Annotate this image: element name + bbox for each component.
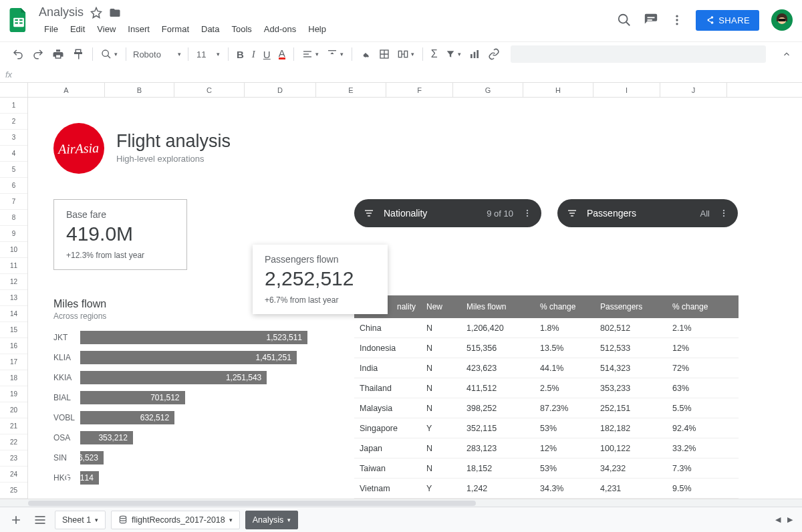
row-header[interactable]: 10 (0, 242, 27, 258)
tab-sheet1[interactable]: Sheet 1▾ (55, 511, 106, 529)
bar-row: KKIA1,251,543 (53, 369, 348, 386)
menu-insert[interactable]: Insert (122, 21, 155, 37)
filter-menu-icon[interactable] (523, 209, 532, 218)
row-header[interactable]: 18 (0, 370, 27, 386)
row-header[interactable]: 12 (0, 274, 27, 290)
svg-rect-1 (15, 19, 18, 21)
comment-icon[interactable] (644, 13, 658, 27)
undo-icon[interactable] (8, 45, 28, 63)
row-header[interactable]: 2 (0, 114, 27, 130)
horizontal-scrollbar[interactable] (0, 499, 802, 507)
redo-icon[interactable] (28, 45, 48, 63)
column-header[interactable]: C (174, 83, 245, 97)
row-header[interactable]: 1 (0, 98, 27, 114)
row-header[interactable]: 16 (0, 338, 27, 354)
star-icon[interactable] (90, 7, 102, 19)
sheets-logo[interactable] (5, 7, 32, 33)
row-header[interactable]: 23 (0, 450, 27, 467)
filter-passengers[interactable]: Passengers All (557, 199, 738, 227)
all-sheets-icon[interactable] (31, 511, 49, 529)
toolbar: Roboto▾ 11 ▾ B I U A Σ (0, 41, 802, 67)
row-header[interactable]: 4 (0, 146, 27, 162)
row-header[interactable]: 20 (0, 402, 27, 418)
row-header[interactable]: 14 (0, 306, 27, 322)
kpi-passengers-flown[interactable]: Passengers flown 2,252,512 +6.7% from la… (253, 245, 388, 314)
row-header[interactable]: 7 (0, 194, 27, 210)
menu-file[interactable]: File (39, 21, 63, 37)
row-header[interactable]: 25 (0, 483, 27, 499)
column-header[interactable]: I (593, 83, 660, 97)
column-header[interactable]: A (28, 83, 105, 97)
column-header[interactable]: B (105, 83, 174, 97)
row-header[interactable]: 17 (0, 354, 27, 370)
avatar[interactable] (771, 9, 793, 31)
select-all-corner[interactable] (0, 83, 28, 97)
row-header[interactable]: 21 (0, 418, 27, 434)
align-icon[interactable] (298, 46, 323, 62)
filter-nationality[interactable]: Nationality 9 of 10 (354, 199, 541, 227)
functions-icon[interactable]: Σ (427, 45, 442, 63)
font-size[interactable]: 11 (192, 47, 213, 62)
sheet-canvas[interactable]: AirAsia Flight analysis High-level explo… (28, 98, 802, 499)
menu-view[interactable]: View (92, 21, 121, 37)
folder-icon[interactable] (109, 7, 121, 19)
tab-data-source[interactable]: flightRecords_2017-2018▾ (111, 511, 240, 529)
font-select[interactable]: Roboto▾ (130, 49, 184, 59)
row-header[interactable]: 3 (0, 130, 27, 146)
link-icon[interactable] (484, 45, 504, 63)
zoom-dropdown[interactable] (97, 46, 122, 62)
doc-title[interactable]: Analysis (39, 5, 84, 19)
row-header[interactable]: 8 (0, 210, 27, 226)
formula-bar[interactable]: fx (0, 67, 802, 83)
filter-label: Passengers (587, 208, 691, 219)
filter-menu-icon[interactable] (719, 209, 728, 218)
font-size-dd[interactable]: ▾ (213, 48, 224, 60)
row-header[interactable]: 5 (0, 162, 27, 178)
tab-analysis[interactable]: Analysis▾ (245, 511, 299, 529)
sheet-tabs: Sheet 1▾ flightRecords_2017-2018▾ Analys… (0, 507, 802, 532)
row-header[interactable]: 15 (0, 322, 27, 338)
tabs-scroll-left-icon[interactable]: ◀ (775, 515, 781, 524)
column-header[interactable]: E (316, 83, 386, 97)
column-header[interactable]: H (523, 83, 593, 97)
collapse-toolbar-icon[interactable] (782, 49, 791, 59)
italic-icon[interactable]: I (248, 46, 259, 63)
tabs-scroll-right-icon[interactable]: ▶ (787, 515, 793, 524)
table-cell: 9.5% (667, 484, 727, 493)
menu-tools[interactable]: Tools (226, 21, 257, 37)
bar-value: 1,251,543 (226, 373, 261, 382)
column-header[interactable]: F (386, 83, 453, 97)
borders-icon[interactable] (375, 46, 394, 62)
valign-icon[interactable] (323, 46, 348, 62)
filter-icon[interactable] (442, 47, 465, 61)
bar-row: BIAL701,512 (53, 389, 348, 406)
row-header[interactable]: 19 (0, 386, 27, 402)
menu-help[interactable]: Help (303, 21, 331, 37)
menu-format[interactable]: Format (156, 21, 194, 37)
paint-format-icon[interactable] (68, 45, 88, 63)
search-icon[interactable] (617, 13, 632, 27)
add-sheet-icon[interactable] (7, 511, 25, 529)
menu-data[interactable]: Data (196, 21, 225, 37)
merge-icon[interactable] (394, 46, 418, 62)
row-header[interactable]: 11 (0, 258, 27, 274)
table-cell: 34,232 (595, 464, 667, 473)
row-header[interactable]: 9 (0, 226, 27, 242)
column-header[interactable]: D (245, 83, 316, 97)
column-header[interactable]: J (660, 83, 727, 97)
chart-icon[interactable] (465, 46, 484, 62)
bold-icon[interactable]: B (233, 46, 248, 63)
fill-color-icon[interactable] (356, 46, 375, 62)
print-icon[interactable] (48, 45, 68, 63)
row-header[interactable]: 13 (0, 290, 27, 306)
menu-add-ons[interactable]: Add-ons (259, 21, 301, 37)
more-icon[interactable] (670, 13, 684, 27)
menu-edit[interactable]: Edit (65, 21, 90, 37)
row-header[interactable]: 24 (0, 467, 27, 483)
text-color-icon[interactable]: A (275, 47, 289, 62)
column-header[interactable]: G (453, 83, 523, 97)
row-header[interactable]: 22 (0, 434, 27, 450)
underline-icon[interactable]: U (259, 46, 275, 63)
share-button[interactable]: SHARE (696, 10, 759, 31)
row-header[interactable]: 6 (0, 178, 27, 194)
